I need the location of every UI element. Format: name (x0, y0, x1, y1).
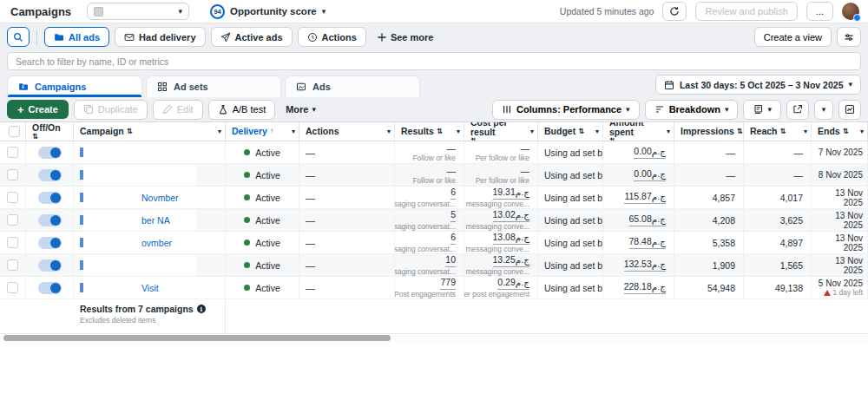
campaign-name-link[interactable]: ber NA (141, 215, 170, 226)
row-checkbox[interactable] (7, 169, 18, 180)
cell-delivery: Active (226, 209, 299, 231)
refresh-button[interactable] (662, 2, 687, 21)
campaign-toggle[interactable] (38, 282, 62, 294)
cell-cost: —Per follow or like (464, 141, 538, 163)
chevron-down-icon[interactable]: ▾ (595, 128, 599, 135)
charts-button[interactable] (838, 100, 861, 120)
chevron-down-icon[interactable]: ▾ (804, 128, 807, 135)
create-a-view-button[interactable]: Create a view (754, 27, 832, 47)
cost-per-result-value[interactable]: 13.08ج.م (493, 232, 529, 244)
campaign-toggle[interactable] (38, 237, 62, 249)
redaction-box (83, 187, 196, 208)
column-header-cost[interactable]: Cost per result⇅▾ (464, 122, 538, 141)
filter-chip-actions[interactable]: Actions (298, 27, 366, 47)
more-button[interactable]: More▾ (280, 104, 321, 115)
results-value[interactable]: 779 (440, 277, 456, 289)
chevron-down-icon[interactable]: ▾ (457, 128, 460, 135)
column-header-reach[interactable]: Reach⇅▾ (744, 122, 812, 141)
campaign-toggle[interactable] (38, 147, 62, 159)
filter-chip-active-ads[interactable]: Active ads (211, 27, 293, 47)
table-row: NovmberActive—6Messaging conversat...19.… (0, 187, 868, 209)
row-checkbox[interactable] (7, 192, 18, 203)
campaign-toggle[interactable] (38, 169, 62, 181)
campaign-toggle[interactable] (38, 192, 62, 204)
edit-button[interactable]: Edit (153, 100, 203, 120)
create-button[interactable]: +Create (7, 100, 69, 119)
export-button[interactable] (786, 100, 809, 120)
row-checkbox[interactable] (7, 147, 18, 158)
ab-test-button[interactable]: A/B test (208, 100, 276, 120)
breakdown-button[interactable]: Breakdown▾ (645, 100, 739, 120)
cost-sublabel: Per messaging conve... (464, 245, 529, 253)
column-header-budget[interactable]: Budget⇅▾ (538, 122, 603, 141)
see-more-button[interactable]: See more (372, 27, 439, 47)
chevron-down-icon: ▾ (312, 106, 316, 114)
select-all-checkbox[interactable] (9, 126, 20, 137)
chevron-down-icon[interactable]: ▾ (292, 128, 295, 135)
results-value[interactable]: 5 (450, 209, 456, 221)
row-checkbox[interactable] (7, 282, 18, 293)
cost-sublabel: Per messaging conve... (464, 200, 529, 208)
filter-chip-had-delivery[interactable]: Had delivery (115, 27, 205, 47)
campaign-name-link[interactable]: Visit (141, 283, 159, 293)
cell-reach: 49,138 (744, 277, 812, 298)
column-header-check[interactable] (0, 122, 26, 141)
chevron-down-icon[interactable]: ▾ (667, 128, 670, 135)
row-checkbox[interactable] (7, 259, 18, 271)
campaign-toggle[interactable] (38, 259, 62, 272)
view-settings-button[interactable] (837, 27, 861, 47)
active-status-dot (244, 239, 250, 246)
actions-value: — (306, 148, 388, 158)
chevron-down-icon[interactable]: ▾ (860, 128, 864, 135)
columns-button[interactable]: Columns: Performance▾ (492, 100, 640, 120)
summary-spacer (0, 299, 74, 333)
row-checkbox[interactable] (7, 237, 18, 248)
cell-check (0, 232, 26, 253)
campaign-name-link[interactable]: ovmber (141, 238, 172, 248)
chevron-down-icon[interactable]: ▾ (218, 128, 221, 135)
folder-icon (54, 32, 64, 43)
campaign-name-link[interactable]: Novmber (141, 193, 179, 203)
results-value[interactable]: 10 (445, 254, 456, 266)
sort-icon: ⇅ (780, 128, 786, 135)
filter-chip-all-ads[interactable]: All ads (44, 27, 109, 47)
results-value[interactable]: 6 (450, 187, 456, 199)
table-row: Active—10Messaging conversat...13.25ج.مP… (0, 254, 868, 277)
toggle-knob (50, 260, 61, 271)
cost-per-result-value[interactable]: 19.31ج.م (493, 187, 529, 199)
review-and-publish-button[interactable]: Review and publish (695, 2, 797, 21)
tab-ads[interactable]: Ads (285, 75, 420, 97)
tab-campaigns[interactable]: ACampaigns (7, 75, 142, 97)
reach-value: 4,017 (780, 193, 803, 203)
chevron-down-icon[interactable]: ▾ (387, 128, 391, 135)
column-header-actions[interactable]: Actions▾ (299, 122, 395, 141)
column-header-impressions[interactable]: Impressions⇅▾ (674, 122, 744, 141)
chevron-down-icon[interactable]: ▾ (530, 128, 534, 135)
row-checkbox[interactable] (7, 214, 18, 226)
column-header-ends[interactable]: Ends⇅▾ (812, 122, 868, 141)
cost-per-result-value[interactable]: 0.29ج.م (497, 277, 529, 289)
column-header-offon[interactable]: Off/On⇅ (26, 122, 74, 141)
date-range-button[interactable]: Last 30 days: 5 Oct 2025 – 3 Nov 2025 ▾ (655, 75, 861, 95)
column-header-results[interactable]: Results⇅▾ (395, 122, 464, 141)
cost-per-result-value[interactable]: 13.25ج.م (493, 254, 529, 266)
column-header-spent[interactable]: Amount spent⇅▾ (603, 122, 674, 141)
tab-ad-sets[interactable]: Ad sets (146, 75, 281, 97)
account-selector[interactable]: ▾ (87, 3, 189, 20)
duplicate-button[interactable]: Duplicate (74, 100, 148, 120)
search-input[interactable] (7, 52, 861, 70)
search-filter-button[interactable] (7, 27, 30, 47)
column-header-delivery[interactable]: Delivery↑▾ (226, 122, 299, 141)
campaign-toggle[interactable] (38, 214, 62, 226)
overflow-menu-button[interactable]: ... (806, 2, 833, 21)
avatar[interactable] (842, 3, 859, 20)
export-options-button[interactable]: ▾ (814, 100, 833, 120)
results-value[interactable]: 6 (450, 232, 456, 244)
scrollbar-thumb[interactable] (3, 335, 391, 341)
cost-per-result-value[interactable]: 13.02ج.م (493, 209, 529, 221)
reports-button[interactable]: ▾ (743, 100, 781, 120)
opportunity-score[interactable]: 94 Opportunity score ▾ (210, 4, 326, 19)
cell-actions: — (299, 209, 395, 231)
info-icon[interactable]: i (197, 305, 206, 313)
column-header-campaign[interactable]: Campaign⇅▾ (74, 122, 226, 141)
